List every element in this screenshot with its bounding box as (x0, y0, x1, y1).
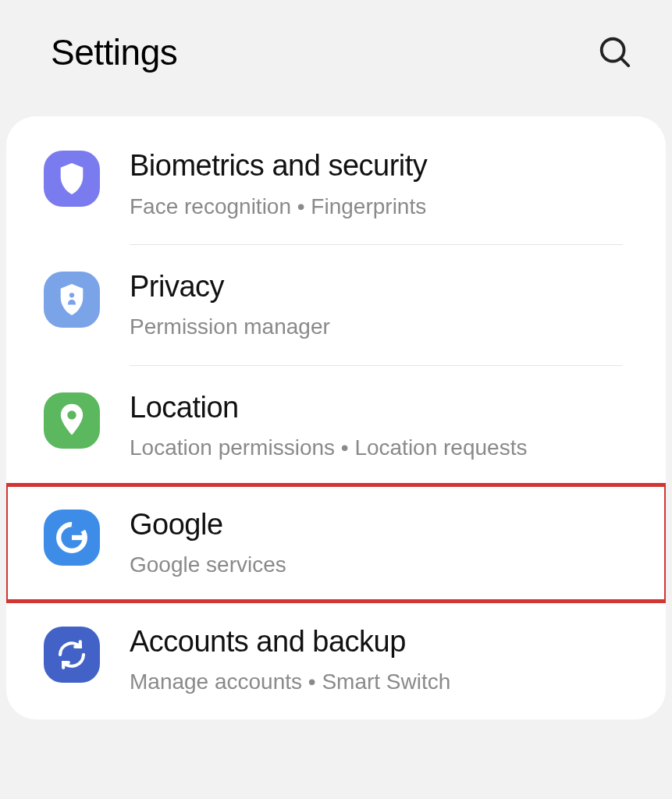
item-text: Biometrics and security Face recognition… (100, 147, 635, 221)
settings-item-biometrics[interactable]: Biometrics and security Face recognition… (6, 124, 666, 244)
item-title: Location (130, 389, 635, 427)
settings-item-location[interactable]: Location Location permissions • Location… (6, 366, 666, 486)
sync-icon (44, 627, 100, 683)
shield-icon (44, 151, 100, 207)
item-title: Google (130, 506, 635, 544)
header: Settings (0, 0, 672, 116)
item-subtitle: Manage accounts • Smart Switch (130, 668, 635, 696)
google-icon (44, 510, 100, 566)
svg-line-1 (621, 59, 629, 66)
settings-item-privacy[interactable]: Privacy Permission manager (6, 245, 666, 365)
search-icon (597, 34, 633, 70)
item-title: Accounts and backup (130, 623, 635, 661)
item-text: Google Google services (100, 506, 635, 580)
settings-item-google[interactable]: Google Google services (6, 483, 666, 603)
svg-rect-5 (72, 535, 86, 540)
item-subtitle: Google services (130, 551, 635, 579)
location-pin-icon (44, 392, 100, 449)
search-button[interactable] (597, 34, 633, 70)
page-title: Settings (51, 31, 177, 73)
item-subtitle: Permission manager (130, 313, 635, 341)
svg-point-2 (69, 293, 74, 297)
privacy-shield-icon (44, 272, 100, 328)
item-subtitle: Face recognition • Fingerprints (130, 193, 635, 221)
item-title: Privacy (130, 268, 635, 306)
item-title: Biometrics and security (130, 147, 635, 185)
settings-list: Biometrics and security Face recognition… (6, 116, 666, 719)
item-text: Accounts and backup Manage accounts • Sm… (100, 623, 635, 697)
item-subtitle: Location permissions • Location requests (130, 434, 635, 462)
item-text: Privacy Permission manager (100, 268, 635, 342)
item-text: Location Location permissions • Location… (100, 389, 635, 463)
svg-point-3 (67, 410, 76, 419)
settings-item-accounts[interactable]: Accounts and backup Manage accounts • Sm… (6, 600, 666, 720)
